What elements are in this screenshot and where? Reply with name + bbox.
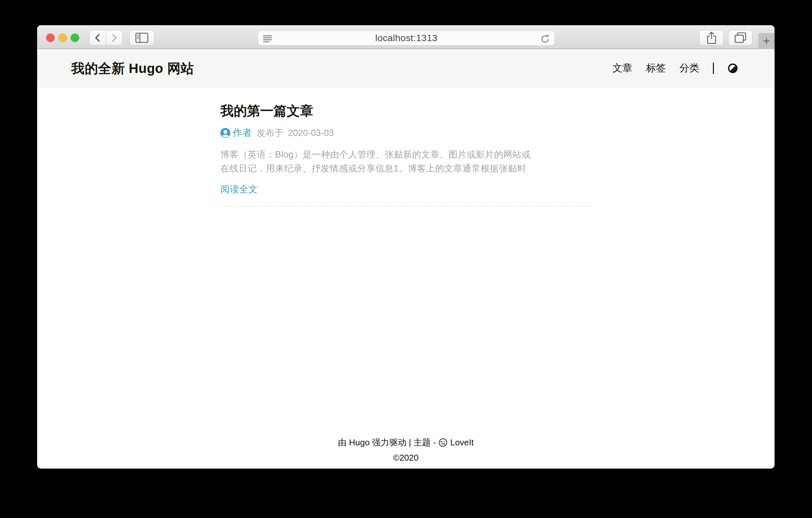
nav-divider [713, 63, 714, 74]
footer-powered-line: 由 Hugo 强力驱动 | 主题 - LoveIt [37, 435, 775, 450]
post-meta: 作者 发布于 2020-03-03 [221, 128, 591, 138]
address-bar[interactable]: localhost:1313 [258, 30, 555, 46]
copyright-text: ©2020 [37, 450, 775, 465]
show-all-tabs-button[interactable] [728, 30, 752, 46]
forward-button[interactable] [106, 30, 123, 46]
browser-window: localhost:1313 + 我的全新 Hugo 网站 [37, 25, 775, 469]
published-label: 发布于 [257, 127, 283, 139]
back-button[interactable] [89, 30, 106, 46]
theme-toggle-icon[interactable] [727, 63, 738, 74]
refresh-icon[interactable] [540, 33, 551, 44]
summary-line: 博客（英语：Blog）是一种由个人管理、张贴新的文章、图片或影片的网站或 [221, 147, 591, 162]
author-avatar-icon [221, 128, 230, 138]
forward-icon [110, 32, 118, 43]
plus-icon: + [763, 34, 770, 48]
share-button[interactable] [699, 30, 724, 46]
post-summary-card: 我的第一篇文章 作者 发布于 2020-03-03 博客（英语：Blog）是一种… [221, 104, 591, 207]
nav-item-posts[interactable]: 文章 [612, 61, 632, 75]
author-link[interactable]: 作者 [233, 126, 252, 140]
post-title[interactable]: 我的第一篇文章 [221, 104, 591, 118]
publish-date: 2020-03-03 [288, 128, 334, 138]
back-icon [94, 32, 102, 43]
post-summary-text: 博客（英语：Blog）是一种由个人管理、张贴新的文章、图片或影片的网站或 在线日… [221, 147, 591, 175]
site-title[interactable]: 我的全新 Hugo 网站 [71, 59, 194, 77]
tabs-overview-icon [734, 32, 747, 44]
read-more-link[interactable]: 阅读全文 [221, 183, 258, 195]
browser-toolbar: localhost:1313 + [37, 25, 775, 49]
site-footer: 由 Hugo 强力驱动 | 主题 - LoveIt ©2020 [37, 435, 775, 465]
new-tab-button[interactable]: + [758, 33, 775, 49]
post-divider [221, 206, 591, 207]
summary-line: 在线日记，用来纪录、抒发情感或分享信息1。博客上的文章通常根据张贴时 [221, 162, 591, 175]
sidebar-icon [135, 32, 148, 43]
site-nav: 文章 标签 分类 [612, 49, 738, 87]
sidebar-toggle-button[interactable] [129, 30, 154, 46]
minimize-window-button[interactable] [58, 33, 67, 42]
url-text: localhost:1313 [375, 33, 437, 44]
reader-view-icon[interactable] [262, 33, 272, 44]
theme-name-link[interactable]: LoveIt [450, 435, 474, 450]
powered-by-text: 由 Hugo 强力驱动 | 主题 - [338, 435, 436, 450]
kiss-wink-heart-emoji-icon [438, 438, 447, 447]
nav-item-categories[interactable]: 分类 [679, 61, 699, 75]
share-icon [706, 31, 717, 45]
site-header: 我的全新 Hugo 网站 文章 标签 分类 [37, 49, 775, 87]
nav-item-tags[interactable]: 标签 [646, 61, 666, 75]
zoom-window-button[interactable] [70, 33, 79, 42]
close-window-button[interactable] [46, 33, 55, 42]
